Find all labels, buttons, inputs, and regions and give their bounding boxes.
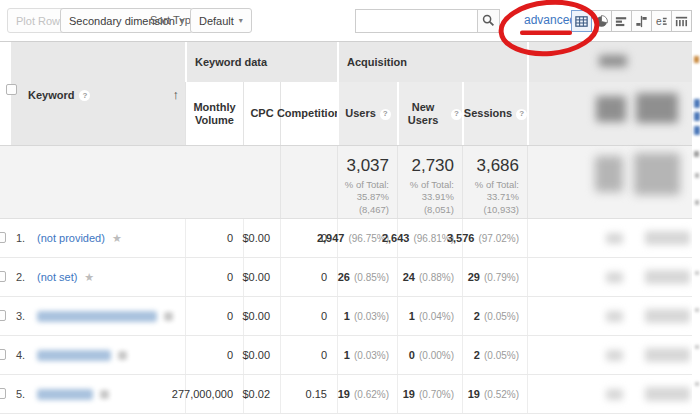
new-users-pct: (0.00%)	[419, 350, 454, 361]
new-users-total-cell: 2,730 % of Total: 33.91% (8,051)	[397, 146, 462, 218]
of-total-label: % of Total:	[398, 179, 454, 191]
cpc-cell: $0.02	[243, 375, 280, 413]
keyword-column-header[interactable]: Keyword ? ↑	[11, 42, 185, 146]
sort-default-button[interactable]: Default ▾	[190, 8, 252, 33]
row-checkbox[interactable]	[0, 349, 6, 360]
competition-cell: 0.15	[280, 375, 337, 413]
term-cloud-icon[interactable]: e	[651, 10, 672, 32]
search-icon	[481, 13, 496, 30]
view-toggle-group: e	[572, 10, 692, 32]
users-cell: 26 (0.85%)	[337, 258, 397, 296]
blurred-totals-cell	[527, 146, 700, 218]
svg-text:e: e	[656, 16, 662, 27]
blurred-edge-mark	[694, 112, 700, 121]
users-total-value: 3,037	[338, 156, 389, 176]
blurred-star-icon	[118, 351, 127, 360]
monthly-volume-cell: 0	[185, 336, 243, 374]
row-index: 4.	[16, 349, 32, 361]
table-header: Keyword ? ↑ Keyword data Acquisition Mon…	[0, 41, 700, 145]
blurred-metrics-cell	[527, 336, 700, 374]
help-icon[interactable]: ?	[380, 109, 391, 120]
cpc-cell: $0.00	[243, 219, 280, 257]
blurred-value	[645, 387, 690, 401]
search-button[interactable]	[477, 9, 500, 33]
monthly-volume-label: Monthly Volume	[193, 101, 237, 127]
help-icon[interactable]: ?	[451, 109, 462, 120]
new-users-cell: 19 (0.70%)	[397, 375, 462, 413]
blurred-value	[645, 309, 690, 323]
blurred-keyword	[37, 350, 111, 361]
table-row: 1. (not provided) ★ 0 $0.00 0 2,947 (96.…	[0, 219, 700, 258]
users-cell: 1 (0.03%)	[337, 297, 397, 335]
new-users-cell: 0 (0.00%)	[397, 336, 462, 374]
help-icon[interactable]: ?	[516, 109, 527, 120]
blurred-subheaders	[527, 82, 692, 146]
table-row: 4. ★ 0 $0.00 0 1 (0.03%) 0 (0.00%) 2 (0.…	[0, 336, 700, 375]
users-cell: 19 (0.62%)	[337, 375, 397, 413]
competition-cell: 0	[280, 297, 337, 335]
of-total-label: % of Total:	[463, 179, 519, 191]
keyword-header-label: Keyword	[28, 89, 74, 101]
help-icon[interactable]: ?	[79, 90, 90, 101]
row-checkbox[interactable]	[0, 271, 6, 282]
blurred-value	[606, 350, 623, 361]
percentage-pie-icon[interactable]	[591, 10, 612, 32]
new-users-header[interactable]: New Users ?	[397, 82, 462, 146]
sessions-pct: (0.05%)	[484, 350, 519, 361]
users-pct: (0.85%)	[354, 272, 389, 283]
search-input[interactable]	[355, 9, 478, 33]
sessions-pct: (97.02%)	[478, 233, 519, 244]
sessions-cell: 2 (0.05%)	[462, 297, 527, 335]
sessions-cell: 2 (0.05%)	[462, 336, 527, 374]
new-users-total-value: 2,730	[398, 156, 454, 176]
sessions-cell: 19 (0.52%)	[462, 375, 527, 413]
performance-bars-icon[interactable]	[611, 10, 632, 32]
blurred-keyword	[37, 311, 157, 322]
keyword-cell: 2. (not set) ★	[0, 258, 185, 296]
users-total-pct: 35.87% (8,467)	[338, 191, 389, 216]
monthly-volume-header[interactable]: Monthly Volume	[185, 82, 243, 146]
blurred-edge-mark	[694, 151, 699, 157]
competition-header[interactable]: Competition	[280, 82, 337, 146]
star-icon[interactable]: ★	[112, 232, 122, 245]
select-all-checkbox[interactable]	[6, 84, 17, 95]
sort-default-label: Default	[199, 15, 234, 27]
blurred-header-text	[599, 55, 627, 67]
comparison-icon[interactable]	[631, 10, 652, 32]
data-grid-icon[interactable]	[571, 10, 592, 32]
pivot-icon[interactable]	[671, 10, 692, 32]
sessions-header[interactable]: Sessions ?	[462, 82, 527, 146]
group-header-acquisition: Acquisition	[337, 42, 527, 82]
cpc-header[interactable]: CPC	[243, 82, 280, 146]
blurred-edge-mark	[694, 126, 700, 135]
new-users-total-pct: 33.91% (8,051)	[398, 191, 454, 216]
star-icon[interactable]: ★	[84, 271, 94, 284]
of-total-label: % of Total:	[338, 179, 389, 191]
sessions-cell: 3,576 (97.02%)	[462, 219, 527, 257]
monthly-volume-cell: 0	[185, 297, 243, 335]
row-checkbox[interactable]	[0, 232, 6, 243]
users-value: 19	[338, 388, 350, 400]
blurred-value	[606, 389, 623, 400]
blurred-edge-mark	[695, 308, 699, 312]
users-total-cell: 3,037 % of Total: 35.87% (8,467)	[337, 146, 397, 218]
keyword-link[interactable]: (not set)	[37, 271, 77, 283]
cpc-cell: $0.00	[243, 336, 280, 374]
table-row: 2. (not set) ★ 0 $0.00 0 26 (0.85%) 24 (…	[0, 258, 700, 297]
new-users-value: 1	[409, 310, 415, 322]
row-checkbox[interactable]	[0, 388, 6, 399]
keyword-link[interactable]: (not provided)	[37, 232, 105, 244]
toolbar: Plot Rows Secondary dimension ▾ Sort Typ…	[0, 0, 700, 41]
plot-rows-label: Plot Rows	[16, 15, 66, 27]
new-users-pct: (0.88%)	[419, 272, 454, 283]
blurred-metrics-cell	[527, 258, 700, 296]
new-users-value: 2,643	[382, 232, 410, 244]
sessions-label: Sessions	[464, 107, 512, 120]
row-index: 1.	[16, 232, 32, 244]
users-cell: 1 (0.03%)	[337, 336, 397, 374]
advanced-search-link[interactable]: advanced	[524, 13, 576, 27]
row-checkbox[interactable]	[0, 310, 6, 321]
sessions-value: 2	[474, 310, 480, 322]
sessions-value: 2	[474, 349, 480, 361]
users-header[interactable]: Users ?	[337, 82, 397, 146]
